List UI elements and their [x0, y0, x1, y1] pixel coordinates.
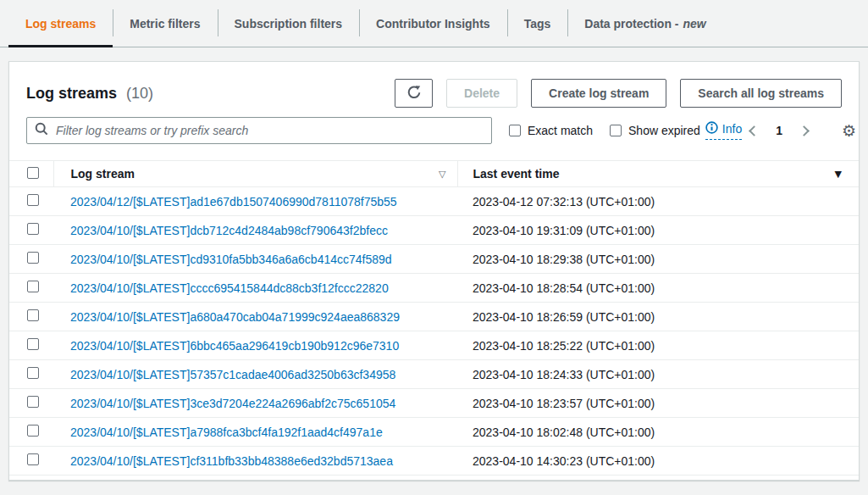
log-streams-panel: Log streams (10) Delete Create log strea… [8, 61, 860, 481]
row-checkbox[interactable] [27, 453, 39, 465]
row-checkbox[interactable] [27, 309, 39, 321]
show-expired-checkbox-group[interactable]: Show expired [610, 124, 700, 137]
log-stream-link[interactable]: 2023/04/10/[$LATEST]cf311bfb33bb48388e6e… [70, 454, 393, 468]
pagination: 1 [742, 120, 816, 142]
row-checkbox[interactable] [27, 338, 39, 350]
show-expired-checkbox[interactable] [610, 125, 622, 136]
last-event-time: 2023-04-10 18:23:57 (UTC+01:00) [473, 397, 655, 410]
log-stream-link[interactable]: 2023/04/10/[$LATEST]6bbc465aa296419cb190… [70, 339, 399, 353]
last-event-time: 2023-04-10 19:31:09 (UTC+01:00) [473, 224, 655, 237]
column-header-log-stream[interactable]: Log stream ▽ [53, 161, 457, 187]
row-checkbox[interactable] [27, 367, 39, 379]
select-all-checkbox[interactable] [27, 167, 39, 179]
table-row: 2023/04/12/[$LATEST]ad1e67db1507406990d7… [9, 187, 859, 216]
preferences-button[interactable]: ⚙ [840, 123, 858, 139]
tab-metric-filters[interactable]: Metric filters [113, 0, 217, 47]
previous-page-button[interactable] [742, 120, 764, 142]
refresh-button[interactable] [395, 79, 433, 108]
tab-new-badge: new [683, 17, 706, 31]
info-icon [705, 121, 718, 136]
current-page-number: 1 [767, 124, 791, 137]
last-event-time: 2023-04-12 07:32:13 (UTC+01:00) [473, 195, 655, 209]
row-checkbox[interactable] [27, 425, 39, 437]
last-event-time: 2023-04-10 18:29:38 (UTC+01:00) [473, 253, 655, 266]
tab-tags[interactable]: Tags [507, 0, 568, 47]
table-row: 2023/04/10/[$LATEST]a680a470cab04a71999c… [9, 303, 859, 331]
log-stream-link[interactable]: 2023/04/10/[$LATEST]a680a470cab04a71999c… [70, 310, 400, 324]
panel-header: Log streams (10) Delete Create log strea… [9, 62, 859, 108]
header-actions: Delete Create log stream Search all log … [395, 79, 842, 108]
info-link-label: Info [722, 122, 742, 136]
filter-log-streams-input[interactable] [54, 123, 484, 138]
tab-subscription-filters[interactable]: Subscription filters [218, 0, 360, 47]
sort-icon-log-stream[interactable]: ▽ [439, 169, 445, 180]
table-row: 2023/04/10/[$LATEST]cf311bfb33bb48388e6e… [9, 447, 859, 476]
row-checkbox[interactable] [27, 194, 39, 206]
table-row: 2023/04/10/[$LATEST]dcb712c4d2484ab98cf7… [9, 216, 859, 245]
chevron-left-icon [749, 125, 760, 136]
page-title-text: Log streams [26, 85, 117, 102]
log-streams-tbody: 2023/04/12/[$LATEST]ad1e67db1507406990d7… [9, 187, 859, 476]
tab-label: Data protection - [584, 17, 678, 31]
table-header-row: Log stream ▽ Last event time ▼ [9, 161, 859, 187]
search-icon [35, 122, 48, 139]
refresh-icon [406, 85, 422, 103]
create-log-stream-button[interactable]: Create log stream [531, 79, 666, 108]
page-title: Log streams (10) [26, 79, 153, 108]
sort-icon-last-event-time[interactable]: ▼ [835, 169, 842, 180]
show-expired-label: Show expired [628, 124, 700, 137]
log-stream-link[interactable]: 2023/04/10/[$LATEST]cccc695415844dc88cb3… [70, 281, 389, 295]
show-expired-info-link[interactable]: Info [705, 121, 742, 140]
chevron-right-icon [799, 125, 810, 136]
log-stream-link[interactable]: 2023/04/10/[$LATEST]a7988fca3bcf4fa192f1… [70, 425, 383, 439]
tab-bar: Log streams Metric filters Subscription … [0, 0, 868, 47]
log-stream-link[interactable]: 2023/04/10/[$LATEST]dcb712c4d2484ab98cf7… [70, 224, 388, 237]
exact-match-checkbox-group[interactable]: Exact match [509, 124, 593, 137]
exact-match-label: Exact match [528, 124, 593, 137]
table-row: 2023/04/10/[$LATEST]3ce3d7204e224a2696ab… [9, 389, 859, 418]
table-row: 2023/04/10/[$LATEST]cccc695415844dc88cb3… [9, 274, 859, 303]
log-stream-link[interactable]: 2023/04/10/[$LATEST]cd9310fa5bb346a6a6cb… [70, 253, 392, 266]
tab-label: Contributor Insights [376, 17, 490, 31]
table-row: 2023/04/10/[$LATEST]cd9310fa5bb346a6a6cb… [9, 245, 859, 274]
row-checkbox[interactable] [27, 252, 39, 264]
search-all-log-streams-button[interactable]: Search all log streams [680, 79, 842, 108]
row-checkbox[interactable] [27, 223, 39, 235]
last-event-time: 2023-04-10 18:02:48 (UTC+01:00) [473, 425, 655, 439]
delete-button[interactable]: Delete [446, 79, 517, 108]
row-checkbox[interactable] [27, 281, 39, 292]
log-stream-link[interactable]: 2023/04/10/[$LATEST]57357c1cadae4006ad32… [70, 368, 395, 381]
tab-label: Log streams [25, 17, 96, 31]
tab-contributor-insights[interactable]: Contributor Insights [359, 0, 507, 47]
log-stream-count: (10) [126, 85, 153, 102]
log-streams-table: Log stream ▽ Last event time ▼ 2023/04/1… [9, 160, 859, 476]
next-page-button[interactable] [794, 120, 816, 142]
table-row: 2023/04/10/[$LATEST]a7988fca3bcf4fa192f1… [9, 418, 859, 447]
table-row: 2023/04/10/[$LATEST]6bbc465aa296419cb190… [9, 331, 859, 360]
log-stream-link[interactable]: 2023/04/12/[$LATEST]ad1e67db1507406990d7… [70, 195, 397, 209]
tab-data-protection[interactable]: Data protection -new [567, 0, 722, 47]
column-header-log-stream-label: Log stream [71, 167, 135, 181]
exact-match-checkbox[interactable] [509, 125, 521, 136]
column-header-last-event-time-label: Last event time [473, 167, 560, 181]
column-header-last-event-time[interactable]: Last event time ▼ [457, 161, 859, 187]
tab-label: Subscription filters [235, 17, 343, 31]
last-event-time: 2023-04-10 18:24:33 (UTC+01:00) [473, 368, 655, 381]
tab-label: Metric filters [130, 17, 200, 31]
last-event-time: 2023-04-10 18:26:59 (UTC+01:00) [473, 310, 655, 324]
last-event-time: 2023-04-10 14:30:23 (UTC+01:00) [473, 454, 655, 468]
tab-label: Tags [524, 17, 551, 31]
last-event-time: 2023-04-10 18:28:54 (UTC+01:00) [473, 281, 655, 295]
gear-icon: ⚙ [842, 121, 856, 140]
filter-row: Exact match Show expired Info 1 [9, 117, 859, 144]
log-stream-link[interactable]: 2023/04/10/[$LATEST]3ce3d7204e224a2696ab… [70, 397, 395, 410]
tab-log-streams[interactable]: Log streams [8, 0, 113, 47]
last-event-time: 2023-04-10 18:25:22 (UTC+01:00) [473, 339, 655, 353]
table-row: 2023/04/10/[$LATEST]57357c1cadae4006ad32… [9, 360, 859, 389]
filter-search-box [26, 117, 492, 144]
row-checkbox[interactable] [27, 396, 39, 408]
